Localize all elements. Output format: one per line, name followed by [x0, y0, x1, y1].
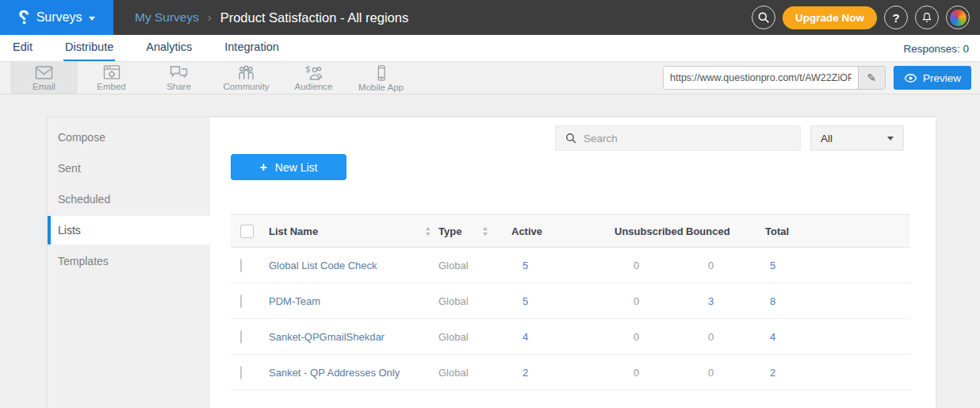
content-area: Compose Sent Scheduled Lists Templates A… [0, 94, 980, 408]
questionpro-logo-icon: ? [18, 9, 29, 27]
audience-icon [304, 64, 323, 81]
preview-button[interactable]: Preview [894, 66, 971, 90]
channel-share[interactable]: Share [145, 62, 212, 94]
tab-distribute[interactable]: Distribute [63, 40, 115, 61]
unsubscribed-count: 0 [614, 295, 686, 307]
sidebar-item-label: Lists [58, 224, 81, 237]
search-icon [757, 11, 770, 24]
preview-label: Preview [923, 72, 961, 84]
product-switcher[interactable]: ? Surveys [0, 0, 113, 35]
active-count[interactable]: 4 [511, 331, 614, 343]
channel-label: Audience [295, 82, 333, 91]
bounced-count: 0 [686, 260, 765, 271]
sidebar-item-templates[interactable]: Templates [48, 247, 210, 275]
sidebar-item-scheduled[interactable]: Scheduled [48, 185, 210, 214]
channel-label: Email [33, 82, 56, 91]
search-filter-row: All [555, 125, 904, 151]
column-header-total: Total [765, 225, 910, 237]
notifications-button[interactable] [915, 6, 939, 29]
channel-audience[interactable]: Audience [280, 62, 347, 94]
survey-nav: Edit Distribute Analytics Integration Re… [0, 35, 980, 62]
breadcrumb-separator-icon: › [208, 11, 212, 24]
breadcrumb-my-surveys[interactable]: My Surveys [135, 10, 199, 25]
edit-url-button[interactable]: ✎ [858, 67, 885, 89]
list-name-link[interactable]: PDM-Team [269, 295, 438, 307]
sort-icon[interactable] [426, 227, 431, 236]
row-checkbox[interactable] [240, 294, 242, 308]
list-type: Global [438, 331, 511, 343]
unsubscribed-count: 0 [614, 367, 686, 379]
channel-tabs: Email Embed Share Community Audience Mob… [10, 62, 415, 94]
chevron-down-icon [89, 17, 95, 21]
total-count[interactable]: 4 [765, 331, 910, 343]
sidebar-item-compose[interactable]: Compose [48, 123, 210, 152]
total-count[interactable]: 2 [765, 367, 910, 379]
total-count[interactable]: 8 [765, 295, 910, 307]
search-input[interactable] [584, 133, 782, 144]
survey-link-area: ✎ Preview [663, 66, 980, 90]
active-count[interactable]: 2 [511, 367, 614, 379]
embed-icon [102, 64, 121, 81]
avatar [950, 10, 967, 26]
channel-embed[interactable]: Embed [78, 62, 145, 94]
list-search-box [555, 125, 801, 151]
upgrade-now-button[interactable]: Upgrade Now [783, 6, 877, 29]
tab-integration[interactable]: Integration [223, 40, 281, 61]
list-name-link[interactable]: Sanket-QPGmailShekdar [269, 331, 438, 343]
total-count[interactable]: 5 [765, 260, 910, 271]
unsubscribed-count: 0 [614, 260, 686, 271]
active-count[interactable]: 5 [511, 295, 614, 307]
channel-mobile-app[interactable]: Mobile App [347, 62, 415, 94]
bounced-count: 0 [686, 367, 765, 379]
row-checkbox[interactable] [240, 366, 242, 379]
sort-icon[interactable] [483, 227, 488, 236]
header-actions: Upgrade Now ? [752, 6, 980, 29]
email-lists-table: List Name Type Active Unsubscribed Bounc… [231, 214, 910, 391]
lists-panel: All + New List List Name [210, 117, 936, 408]
column-header-unsubscribed: Unsubscribed [614, 225, 686, 237]
sidebar-item-label: Sent [58, 162, 81, 175]
row-checkbox[interactable] [240, 330, 242, 344]
sidebar-item-label: Templates [58, 255, 109, 268]
survey-url-input[interactable] [664, 67, 858, 89]
channel-label: Community [223, 82, 269, 91]
survey-url-group: ✎ [663, 66, 886, 90]
column-header-type[interactable]: Type [438, 225, 511, 237]
bounced-count[interactable]: 3 [686, 295, 765, 307]
share-icon [169, 64, 189, 81]
tab-analytics[interactable]: Analytics [144, 40, 193, 61]
bell-icon [921, 11, 933, 24]
list-name-link[interactable]: Sanket - QP Addresses Only [269, 367, 438, 379]
table-row: Sanket-QPGmailShekdar Global 4 0 0 4 [231, 319, 910, 355]
product-switcher-label: Surveys [36, 10, 82, 25]
plus-icon: + [259, 160, 266, 175]
channel-label: Embed [97, 82, 125, 91]
bounced-count: 0 [686, 331, 765, 343]
account-menu-button[interactable] [946, 6, 970, 29]
help-button[interactable]: ? [884, 6, 908, 29]
row-checkbox[interactable] [240, 259, 242, 272]
responses-count[interactable]: Responses: 0 [903, 43, 980, 61]
list-type: Global [438, 295, 511, 307]
new-list-button[interactable]: + New List [231, 154, 346, 180]
page-title: Product Satisfaction - All regions [220, 10, 409, 25]
column-header-list-name[interactable]: List Name [269, 225, 438, 237]
sidebar-item-lists[interactable]: Lists [48, 216, 210, 244]
tab-edit[interactable]: Edit [11, 40, 34, 61]
select-all-checkbox[interactable] [240, 225, 254, 238]
channel-email[interactable]: Email [10, 62, 78, 94]
table-row: Global List Code Check Global 5 0 0 5 [231, 248, 910, 283]
new-list-label: New List [275, 161, 318, 174]
active-count[interactable]: 5 [511, 260, 614, 271]
community-icon [236, 64, 256, 81]
chevron-down-icon [887, 137, 894, 140]
email-sidebar: Compose Sent Scheduled Lists Templates [48, 117, 210, 408]
email-lists-card: Compose Sent Scheduled Lists Templates A… [48, 117, 936, 408]
channel-community[interactable]: Community [212, 62, 280, 94]
list-type: Global [438, 367, 511, 379]
list-name-link[interactable]: Global List Code Check [269, 260, 438, 271]
sidebar-item-sent[interactable]: Sent [48, 154, 210, 183]
search-button[interactable] [752, 6, 775, 29]
list-type-filter[interactable]: All [810, 125, 904, 151]
pencil-icon: ✎ [867, 71, 877, 84]
